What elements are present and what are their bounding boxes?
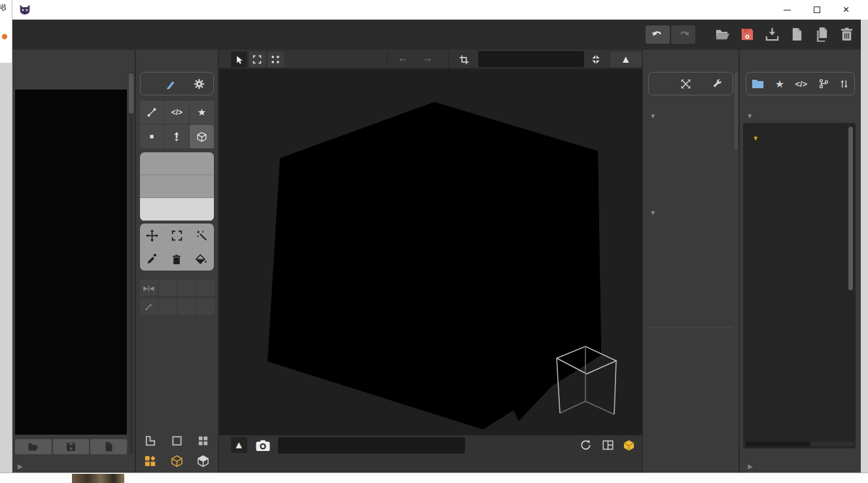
dot-select-button[interactable] [268, 52, 284, 67]
select-region-icon[interactable] [165, 224, 190, 248]
brush-mode-pattern[interactable]: </> [165, 101, 189, 124]
split-view-icon[interactable] [600, 437, 616, 453]
mirror-y-button[interactable] [178, 280, 196, 296]
move-tool-icon[interactable] [140, 224, 165, 248]
open-file-icon[interactable] [715, 27, 730, 42]
mirror-x-button[interactable] [159, 280, 177, 296]
viewport-toolbar: ← → ▲ [219, 50, 642, 69]
title-bar[interactable]: × [12, 0, 861, 20]
rotate-view-icon[interactable] [578, 437, 594, 453]
axis-x-button[interactable] [159, 299, 177, 315]
tool-section-header[interactable]: ▼ [650, 110, 659, 120]
magicavoxel-window: × [12, 0, 861, 473]
axis-y-button[interactable] [178, 299, 196, 315]
import-icon[interactable] [765, 27, 780, 42]
project-filter-group: ★ </> [746, 72, 855, 95]
palette-scrollbar[interactable] [129, 72, 133, 454]
show-cube-icon[interactable] [621, 437, 637, 453]
duplicate-icon[interactable] [814, 27, 829, 42]
axis-mode-icon[interactable] [140, 299, 158, 315]
select-section-header[interactable]: ▼ [650, 207, 659, 217]
screenshot-camera-icon[interactable] [253, 437, 273, 453]
project-scrollbar-vertical[interactable] [848, 127, 853, 444]
background-glyph: 收 [0, 2, 6, 11]
undo-button[interactable] [646, 25, 670, 44]
edit-scrollbar[interactable] [735, 72, 738, 150]
close-button[interactable]: × [831, 0, 861, 20]
star-icon[interactable]: ★ [775, 78, 784, 90]
viewport[interactable]: ← → ▲ [219, 50, 642, 473]
viewport-bottom-bar: ▲ [219, 435, 642, 455]
app-icon [19, 4, 31, 16]
marquee-select-button[interactable] [249, 52, 266, 67]
project-folder-vox[interactable]: ▼ [743, 127, 856, 149]
menu-bar [12, 20, 861, 50]
attach-button[interactable] [140, 152, 214, 175]
brush-panel: </> ★ [136, 50, 218, 473]
save-file-icon[interactable] [740, 27, 755, 42]
minimize-button[interactable] [773, 0, 802, 20]
edit-panel: ▼ ▼ [643, 50, 738, 473]
brush-mode-face[interactable] [165, 125, 189, 148]
voxel-model [219, 69, 642, 435]
new-document-icon[interactable] [790, 27, 805, 42]
model-size-field[interactable] [478, 51, 584, 67]
maximize-button[interactable] [802, 0, 831, 20]
code-icon[interactable]: </> [795, 79, 807, 89]
brush-modes: </> ★ [140, 101, 214, 148]
viewport-canvas[interactable] [219, 69, 642, 435]
brush-mode-box[interactable] [190, 125, 214, 148]
square-shape-icon[interactable] [169, 433, 184, 448]
background-window-bottom [0, 473, 868, 483]
fit-view-icon[interactable] [588, 52, 604, 67]
magic-wand-icon[interactable] [189, 224, 214, 248]
palette-save-button[interactable] [53, 439, 90, 454]
erase-button[interactable] [140, 175, 214, 198]
mirror-z-button[interactable] [197, 280, 215, 296]
expand-up-button[interactable]: ▲ [610, 52, 642, 67]
wire-cube-orange-icon[interactable] [169, 453, 184, 469]
export-section-header[interactable]: ▶ [748, 460, 757, 471]
wire-cube-white-icon[interactable] [196, 453, 211, 469]
grid-shape-icon[interactable] [196, 433, 211, 448]
mirror-icon[interactable]: ▶|◀ [140, 280, 158, 296]
palette-open-button[interactable] [15, 439, 52, 454]
expand-down-button[interactable]: ▲ [231, 437, 247, 453]
brush-icon[interactable] [165, 78, 177, 90]
crop-icon[interactable] [456, 52, 472, 67]
corner-shape-icon[interactable] [143, 433, 158, 448]
project-file-list: ▼ [743, 123, 856, 448]
brush-mode-line[interactable] [140, 101, 164, 124]
sort-updown-icon[interactable] [839, 79, 849, 89]
background-window-right [861, 0, 868, 483]
palette-new-button[interactable] [90, 439, 127, 454]
voxel-blocks-icon[interactable] [143, 453, 158, 469]
gear-icon[interactable] [194, 78, 205, 90]
history-forward-icon[interactable]: → [423, 52, 433, 64]
brush-mode-star[interactable]: ★ [190, 101, 214, 124]
branch-icon[interactable] [818, 78, 829, 89]
paint-button[interactable] [140, 198, 214, 221]
axis-z-button[interactable] [197, 299, 215, 315]
brush-mode-voxel[interactable] [140, 125, 164, 148]
project-panel: ★ </> ▼ ▼ ▶ [740, 50, 861, 473]
brush-filter-group [140, 72, 214, 95]
expand-arrows-icon[interactable] [680, 78, 691, 90]
project-tree-header[interactable]: ▼ [746, 110, 756, 120]
palette-panel: ▶ [12, 50, 135, 473]
paint-bucket-icon[interactable] [189, 248, 214, 271]
history-back-icon[interactable]: ← [398, 52, 408, 64]
cursor-tool-button[interactable] [231, 52, 247, 67]
status-hint [219, 455, 642, 473]
delete-icon[interactable] [839, 27, 854, 42]
folder-icon[interactable] [752, 78, 764, 89]
color-picker-icon[interactable] [140, 248, 165, 271]
background-window-left: 收 [0, 0, 12, 483]
wrench-icon[interactable] [712, 78, 722, 89]
edit-filter-group [648, 72, 733, 95]
project-scrollbar-horizontal[interactable] [744, 442, 855, 446]
color-section-header[interactable]: ▶ [18, 460, 27, 471]
palette-grid [15, 90, 127, 435]
redo-button[interactable] [671, 25, 695, 44]
delete-voxel-icon[interactable] [165, 248, 190, 271]
